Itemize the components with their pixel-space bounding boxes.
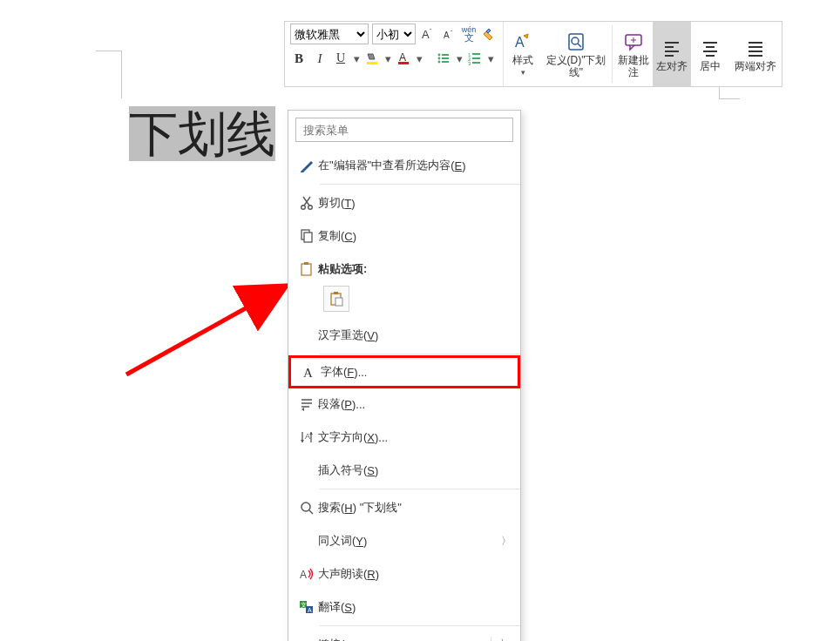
svg-text:ˇ: ˇ bbox=[450, 30, 453, 36]
link-icon bbox=[295, 637, 318, 641]
menu-view-in-editor[interactable]: 在"编辑器"中查看所选内容(E) bbox=[288, 149, 520, 182]
svg-rect-12 bbox=[442, 61, 449, 63]
new-comment-button[interactable]: 新建批注 bbox=[614, 22, 653, 86]
svg-line-42 bbox=[303, 197, 309, 206]
annotation-arrow bbox=[122, 279, 296, 383]
styles-label: 样式 bbox=[512, 54, 533, 66]
menu-read-aloud[interactable]: A 大声朗读(R) bbox=[288, 557, 520, 590]
svg-rect-48 bbox=[334, 292, 338, 294]
menu-reconvert[interactable]: 汉字重选(V) bbox=[288, 319, 520, 352]
separator bbox=[612, 25, 613, 83]
menu-separator bbox=[320, 625, 520, 626]
paste-options-row bbox=[288, 286, 520, 319]
svg-rect-49 bbox=[335, 298, 342, 306]
font-name-select[interactable]: 微软雅黑 bbox=[290, 24, 369, 44]
menu-search-text[interactable]: 搜索(H) "下划线" bbox=[288, 491, 520, 524]
numbering-icon[interactable]: 123 bbox=[466, 50, 484, 67]
svg-point-57 bbox=[301, 503, 310, 511]
underline-button[interactable]: U bbox=[332, 50, 349, 67]
bullets-dropdown-icon[interactable]: ▾ bbox=[456, 52, 463, 65]
read-aloud-icon: A bbox=[295, 566, 318, 582]
svg-point-21 bbox=[572, 37, 579, 44]
menu-label: 剪切(T) bbox=[318, 195, 511, 211]
menu-insert-symbol[interactable]: 插入符号(S) bbox=[288, 454, 520, 487]
menu-text-direction[interactable]: A 文字方向(X)... bbox=[288, 421, 520, 454]
menu-paste-options: 粘贴选项: bbox=[288, 253, 520, 286]
align-justify-button[interactable]: 两端对齐 bbox=[729, 22, 782, 86]
page-corner-left bbox=[96, 51, 122, 98]
numbering-dropdown-icon[interactable]: ▾ bbox=[487, 52, 494, 65]
italic-button[interactable]: I bbox=[311, 50, 329, 67]
text-direction-icon: A bbox=[295, 429, 318, 445]
menu-label: 文字方向(X)... bbox=[318, 429, 511, 445]
menu-label: 搜索(H) "下划线" bbox=[318, 500, 511, 516]
svg-rect-6 bbox=[398, 62, 409, 64]
svg-line-22 bbox=[578, 44, 581, 47]
svg-line-38 bbox=[126, 287, 283, 374]
search-icon bbox=[295, 500, 318, 516]
selected-text[interactable]: 下划线 bbox=[129, 106, 275, 161]
svg-text:ˆ: ˆ bbox=[430, 28, 432, 34]
svg-rect-14 bbox=[472, 53, 480, 55]
menu-label: 段落(P)... bbox=[318, 396, 511, 412]
align-left-button[interactable]: 左对齐 bbox=[653, 22, 691, 86]
highlight-dropdown-icon[interactable]: ▾ bbox=[384, 52, 391, 65]
menu-label: 汉字重选(V) bbox=[318, 327, 511, 343]
menu-cut[interactable]: 剪切(T) bbox=[288, 186, 520, 219]
bullets-icon[interactable] bbox=[435, 50, 452, 67]
svg-point-11 bbox=[438, 61, 441, 64]
phonetic-guide-icon[interactable]: wén文 bbox=[461, 26, 477, 42]
menu-label: 在"编辑器"中查看所选内容(E) bbox=[318, 158, 511, 173]
menu-copy[interactable]: 复制(C) bbox=[288, 219, 520, 253]
font-color-dropdown-icon[interactable]: ▾ bbox=[416, 52, 423, 65]
define-button[interactable]: 定义(D)"下划线" bbox=[542, 22, 610, 86]
menu-separator bbox=[320, 489, 520, 489]
paste-keep-source-icon[interactable] bbox=[323, 286, 349, 312]
font-color-icon[interactable]: A bbox=[395, 50, 412, 67]
highlight-color-icon[interactable] bbox=[363, 50, 381, 67]
svg-rect-44 bbox=[304, 233, 312, 242]
menu-label: 同义词(Y) bbox=[318, 533, 496, 549]
styles-button[interactable]: A 样式 ▾ bbox=[504, 22, 542, 86]
menu-label: 插入符号(S) bbox=[318, 462, 511, 478]
underline-dropdown-icon[interactable]: ▾ bbox=[353, 52, 360, 65]
svg-text:A: A bbox=[308, 607, 312, 613]
paragraph-icon bbox=[295, 396, 318, 412]
svg-text:A: A bbox=[422, 28, 430, 41]
menu-label: 粘贴选项: bbox=[318, 261, 511, 277]
menu-separator bbox=[320, 184, 520, 185]
menu-synonyms[interactable]: 同义词(Y) 〉 bbox=[288, 524, 520, 557]
align-center-label: 居中 bbox=[700, 60, 721, 72]
menu-paragraph[interactable]: 段落(P)... bbox=[288, 388, 520, 421]
svg-text:3: 3 bbox=[468, 61, 471, 65]
menu-search bbox=[295, 118, 513, 142]
format-painter-icon[interactable] bbox=[480, 25, 498, 43]
svg-point-7 bbox=[438, 54, 441, 57]
svg-text:A: A bbox=[300, 569, 307, 581]
document-body[interactable]: 下划线 bbox=[122, 98, 282, 194]
menu-translate[interactable]: 文A 翻译(S) bbox=[288, 590, 520, 624]
align-justify-label: 两端对齐 bbox=[735, 60, 776, 72]
svg-point-9 bbox=[438, 57, 441, 60]
menu-label: 字体(F)... bbox=[321, 364, 509, 380]
menu-search-input[interactable] bbox=[295, 118, 513, 142]
align-center-button[interactable]: 居中 bbox=[691, 22, 729, 86]
svg-point-40 bbox=[308, 206, 313, 210]
svg-rect-4 bbox=[367, 62, 377, 64]
bold-button[interactable]: B bbox=[290, 50, 308, 67]
mini-toolbar: 微软雅黑 小初 Aˆ Aˇ wén文 B I U ▾ bbox=[284, 21, 782, 87]
font-group: 微软雅黑 小初 Aˆ Aˇ wén文 B I U ▾ bbox=[285, 22, 504, 86]
font-size-select[interactable]: 小初 bbox=[372, 24, 416, 44]
svg-text:A: A bbox=[399, 51, 406, 64]
svg-rect-16 bbox=[472, 57, 480, 59]
menu-label: 链接(I) bbox=[318, 637, 485, 641]
decrease-font-icon[interactable]: Aˇ bbox=[440, 25, 457, 43]
svg-line-58 bbox=[309, 510, 313, 514]
menu-link[interactable]: 链接(I) 〉 bbox=[288, 628, 520, 641]
svg-text:A: A bbox=[305, 432, 310, 441]
menu-label: 大声朗读(R) bbox=[318, 566, 511, 582]
menu-font[interactable]: A 字体(F)... bbox=[288, 355, 520, 388]
increase-font-icon[interactable]: Aˆ bbox=[419, 25, 437, 43]
submenu-split-arrow-icon[interactable]: 〉 bbox=[491, 637, 511, 641]
svg-rect-45 bbox=[301, 264, 311, 275]
